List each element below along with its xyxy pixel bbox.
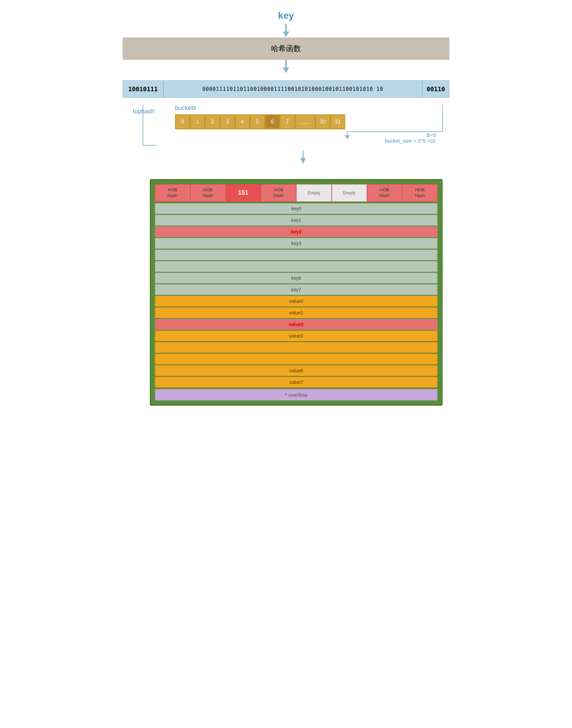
key-cell-1: key1 — [155, 215, 438, 226]
key-cell-3: key3 — [155, 238, 438, 249]
value-row-4 — [155, 342, 438, 353]
key-row-7: key7 — [155, 284, 438, 295]
key-cell-0: key0 — [155, 203, 438, 214]
b-info: B=5 bucket_size = 2^5 =32 — [175, 132, 436, 144]
binary-left: 10010111 — [123, 80, 163, 98]
value-cell-5 — [155, 354, 438, 365]
tophash-cell-0: HOBHash — [155, 184, 190, 202]
value-cell-4 — [155, 342, 438, 353]
tophash-cell-5: Empty — [332, 184, 367, 202]
key-row-2: key2 — [155, 226, 438, 237]
value-row-3: value3 — [155, 330, 438, 341]
svg-marker-3 — [283, 67, 289, 73]
tophash-cell-1: HOBHash — [190, 184, 226, 202]
tophash-cell-3: HOBHash — [261, 184, 296, 202]
key-row-4 — [155, 249, 438, 260]
binary-middle: 0000111101101100100001111001010100010010… — [163, 80, 422, 98]
key-row-3: key3 — [155, 238, 438, 249]
bucket-30: 30 — [315, 114, 330, 129]
value-row-6: value6 — [155, 365, 438, 376]
binary-row: 10010111 0000111101101100100001111001010… — [123, 80, 449, 98]
overflow-cell: * overflow — [155, 389, 438, 401]
key-label: key — [123, 10, 449, 21]
bucket-31: 31 — [330, 114, 345, 129]
bucket-detail: HOBHash HOBHash 151 HOBHash Empty Empty … — [150, 179, 443, 406]
bucket-1: 1 — [190, 114, 205, 129]
value-cell-6: value6 — [155, 365, 438, 376]
key-cell-2: key2 — [155, 226, 438, 237]
svg-marker-1 — [283, 31, 289, 37]
arrow-to-hash — [123, 24, 449, 37]
bucket-0: 0 — [175, 114, 190, 129]
key-row-0: key0 — [155, 203, 438, 214]
overflow-row: * overflow — [155, 389, 438, 401]
value-row-0: value0 — [155, 296, 438, 307]
tophash-cell-2: 151 — [226, 184, 261, 202]
hash-function-box: 哈希函数 — [123, 37, 449, 60]
bucket-2: 2 — [205, 114, 220, 129]
tophash-label: tophash — [133, 104, 155, 144]
bucket-6: 6 — [265, 114, 280, 129]
bucket-dots: ...... — [295, 114, 315, 129]
key-cell-6: key6 — [155, 273, 438, 284]
bucket-4: 4 — [235, 114, 250, 129]
key-row-6: key6 — [155, 273, 438, 284]
tophash-cell-4: Empty — [296, 184, 332, 202]
key-cell-4 — [155, 249, 438, 260]
value-cell-7: value7 — [155, 377, 438, 388]
key-row-5 — [155, 261, 438, 272]
value-row-1: value1 — [155, 307, 438, 318]
key-cell-5 — [155, 261, 438, 272]
key-cell-7: key7 — [155, 284, 438, 295]
svg-marker-11 — [300, 158, 306, 164]
value-cell-2: value2 — [155, 319, 438, 330]
tophash-cell-7: HOBHash — [402, 184, 438, 202]
bucket-5: 5 — [250, 114, 265, 129]
buckets-array: 0 1 2 3 4 5 6 7 ...... 30 31 — [175, 114, 449, 129]
bucket-3: 3 — [220, 114, 235, 129]
binary-right: 00110 — [422, 80, 449, 98]
value-row-5 — [155, 354, 438, 365]
value-cell-3: value3 — [155, 330, 438, 341]
value-row-7: value7 — [155, 377, 438, 388]
value-cell-1: value1 — [155, 307, 438, 318]
tophash-row: HOBHash HOBHash 151 HOBHash Empty Empty … — [155, 184, 438, 202]
key-row-1: key1 — [155, 215, 438, 226]
value-cell-0: value0 — [155, 296, 438, 307]
tophash-cell-6: HOBHash — [367, 184, 402, 202]
buckets-label: buckets — [175, 104, 449, 112]
arrow-to-detail — [150, 150, 449, 167]
value-row-2: value2 — [155, 319, 438, 330]
bucket-7: 7 — [280, 114, 295, 129]
arrow-to-binary — [123, 60, 449, 74]
